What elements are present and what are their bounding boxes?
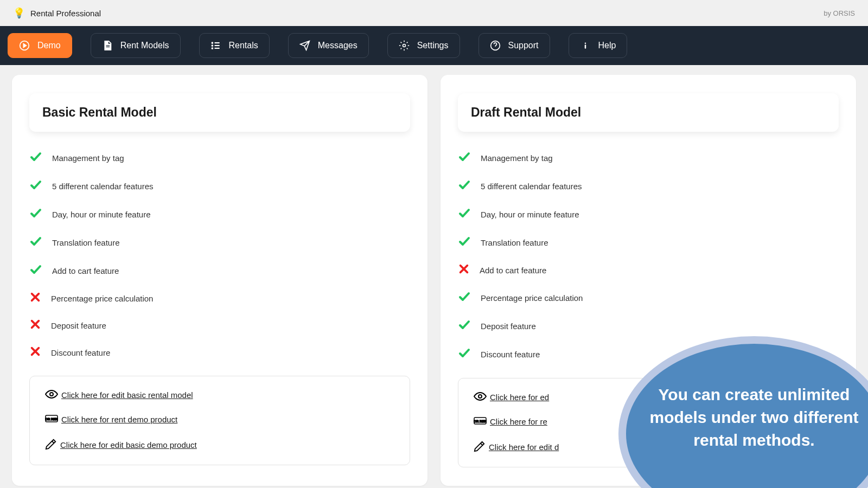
svg-line-23 (52, 441, 54, 444)
feature-item: 5 different calendar features (458, 178, 839, 194)
feature-item: Add to cart feature (29, 263, 410, 278)
feature-item: Add to cart feature (458, 263, 839, 277)
feature-text: Management by tag (481, 153, 553, 163)
feature-text: Translation feature (52, 238, 120, 247)
app-title: Rental Professional (30, 9, 101, 18)
card-basic-rental: Basic Rental Model Management by tag 5 d… (12, 75, 427, 486)
feature-item: Discount feature (29, 345, 410, 359)
nav-label: Rentals (229, 41, 258, 50)
check-icon (29, 207, 42, 222)
cross-icon (29, 318, 41, 332)
feature-list: Management by tag 5 different calendar f… (458, 150, 839, 362)
question-icon (490, 40, 501, 51)
link-edit-product[interactable]: Click here for edit basic demo product (45, 438, 394, 452)
link-text: Click here for edit basic rental model (61, 390, 193, 400)
nav-label: Demo (37, 41, 61, 50)
feature-item: Translation feature (458, 235, 839, 250)
feature-item: Deposit feature (29, 318, 410, 332)
check-icon (29, 235, 42, 250)
feature-text: Discount feature (481, 350, 540, 359)
list-icon (210, 40, 221, 51)
nav-label: Messages (318, 41, 358, 50)
check-icon (29, 178, 42, 194)
feature-item: Percentage price calculation (29, 291, 410, 305)
feature-text: Add to cart feature (52, 266, 119, 275)
svg-rect-13 (584, 44, 586, 49)
svg-marker-1 (23, 44, 26, 48)
check-icon (458, 318, 471, 333)
pencil-icon (474, 440, 486, 454)
feature-item: Percentage price calculation (458, 290, 839, 305)
check-icon (29, 150, 42, 165)
eye-icon (474, 391, 487, 403)
lightbulb-icon: 💡 (13, 7, 25, 19)
check-icon (458, 290, 471, 305)
card-title: Basic Rental Model (42, 105, 397, 120)
svg-point-9 (212, 48, 213, 49)
feature-item: Deposit feature (458, 318, 839, 333)
feature-item: Translation feature (29, 235, 410, 250)
check-icon (458, 346, 471, 362)
pencil-icon (45, 438, 57, 452)
nav-label: Rent Models (120, 41, 169, 50)
nav-item-messages[interactable]: Messages (288, 33, 369, 58)
for-rent-icon: FOR RENT (45, 414, 58, 425)
svg-point-10 (403, 44, 405, 47)
send-icon (299, 40, 310, 51)
card-header: Basic Rental Model (29, 93, 410, 132)
nav-item-rent-models[interactable]: Rent Models (91, 33, 181, 58)
links-box: Click here for edit basic rental model F… (29, 376, 410, 465)
link-text: Click here for rent demo product (61, 415, 177, 424)
svg-point-7 (212, 42, 213, 43)
nav-label: Help (598, 41, 616, 50)
feature-item: Management by tag (458, 150, 839, 165)
svg-point-20 (50, 393, 53, 396)
nav-item-settings[interactable]: Settings (387, 33, 460, 58)
cross-icon (458, 263, 470, 277)
cross-icon (29, 345, 41, 359)
feature-text: Deposit feature (481, 322, 536, 331)
check-icon (458, 178, 471, 194)
feature-text: 5 different calendar features (52, 182, 154, 191)
link-rent-demo[interactable]: FOR RENT Click here for rent demo produc… (45, 414, 394, 425)
feature-text: Translation feature (481, 238, 548, 247)
feature-list: Management by tag 5 different calendar f… (29, 150, 410, 359)
top-bar: 💡 Rental Professional by ORSIS (0, 0, 868, 26)
document-icon (102, 40, 113, 51)
cross-icon (29, 291, 41, 305)
feature-text: Deposit feature (51, 321, 106, 330)
feature-item: Day, hour or minute feature (458, 207, 839, 222)
nav-label: Support (508, 41, 539, 50)
svg-line-29 (481, 444, 483, 446)
eye-icon (45, 389, 58, 401)
card-title: Draft Rental Model (471, 105, 826, 120)
nav-item-help[interactable]: Help (569, 33, 628, 58)
link-text: Click here for re (490, 417, 547, 426)
top-bar-left: 💡 Rental Professional (13, 7, 101, 19)
svg-text:FOR RENT: FOR RENT (45, 418, 58, 421)
card-header: Draft Rental Model (458, 93, 839, 132)
feature-text: Day, hour or minute feature (52, 210, 150, 219)
nav-bar: Demo Rent Models Rentals Messages Settin… (0, 26, 868, 65)
callout-text: You can create unlimited models under tw… (648, 383, 860, 452)
check-icon (458, 207, 471, 222)
feature-text: 5 different calendar features (481, 182, 582, 191)
feature-text: Percentage price calculation (481, 293, 583, 303)
link-edit-model[interactable]: Click here for edit basic rental model (45, 389, 394, 401)
info-icon (580, 40, 591, 51)
link-text: Click here for edit basic demo product (60, 440, 197, 450)
nav-label: Settings (417, 41, 449, 50)
svg-point-8 (212, 45, 213, 46)
nav-item-support[interactable]: Support (478, 33, 550, 58)
link-text: Click here for ed (490, 393, 549, 402)
feature-item: Management by tag (29, 150, 410, 165)
feature-text: Day, hour or minute feature (481, 210, 579, 219)
nav-item-demo[interactable]: Demo (8, 33, 72, 58)
by-orsis-label: by ORSIS (824, 9, 855, 17)
check-icon (458, 235, 471, 250)
nav-item-rentals[interactable]: Rentals (199, 33, 270, 58)
gear-icon (399, 40, 410, 51)
feature-text: Add to cart feature (480, 266, 546, 275)
feature-text: Percentage price calculation (51, 294, 153, 303)
link-text: Click here for edit d (489, 442, 559, 452)
